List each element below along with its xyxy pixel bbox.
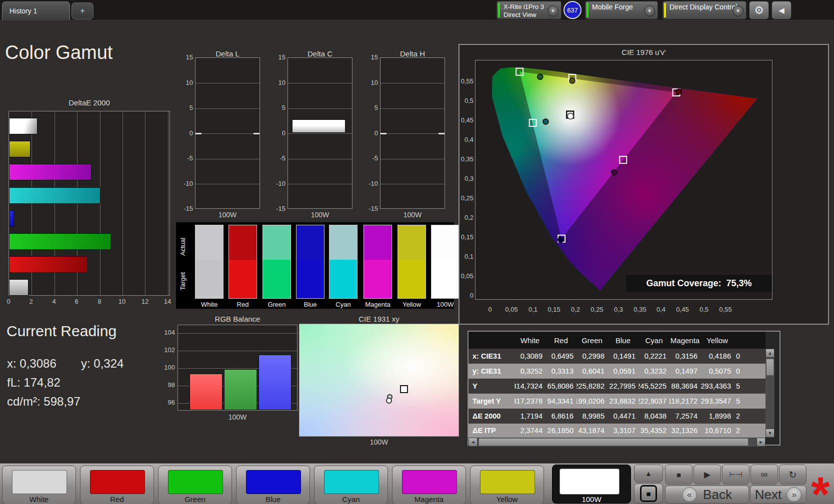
color-patch xyxy=(90,470,145,494)
bar-white xyxy=(9,279,28,296)
infinity-icon: ∞ xyxy=(761,469,768,480)
reading-cdm2: cd/m²: 598,97 xyxy=(7,395,80,409)
gear-icon: ⚙ xyxy=(754,4,764,17)
pattern-up-button[interactable]: ▲ xyxy=(634,465,663,483)
measured-white-dot xyxy=(568,113,574,119)
color-patch xyxy=(480,470,535,494)
stop-button[interactable]: ■ xyxy=(665,465,692,485)
scroll-left-icon[interactable]: ◄ xyxy=(468,438,478,447)
meter-status-stripe xyxy=(498,3,500,17)
color-patch xyxy=(324,470,379,494)
play-button[interactable]: ▶ xyxy=(694,465,721,485)
session-asterisk[interactable]: * xyxy=(808,462,833,504)
collapse-panel-button[interactable]: ◀ xyxy=(772,1,792,19)
swatch-cyan xyxy=(329,225,358,299)
scroll-down-icon[interactable]: ▼ xyxy=(766,429,774,438)
next-chevron-icon: » xyxy=(786,487,802,502)
tab-history-1[interactable]: History 1 xyxy=(2,1,70,20)
continuous-measure-button[interactable]: ∞ xyxy=(750,465,778,485)
actual-target-swatch-strip: Actual Target White Red Green Blue Cyan … xyxy=(176,222,454,309)
measured-yellow-dot xyxy=(570,78,575,83)
hscroll-thumb[interactable] xyxy=(478,438,748,446)
patch-button-100w-selected[interactable]: 100W xyxy=(552,465,631,504)
table-row: Y 314,732465,8086 225,828222,7995 245,52… xyxy=(468,379,766,394)
next-button[interactable]: Next » xyxy=(750,486,806,504)
bottom-bar: White Red Green Blue Cyan Magenta Yellow… xyxy=(0,463,834,504)
swatch-blue xyxy=(296,225,324,299)
patch-button-yellow[interactable]: Yellow xyxy=(470,466,544,504)
chevron-down-icon[interactable]: ▼ xyxy=(732,5,744,16)
patch-button-green[interactable]: Green xyxy=(158,466,232,504)
chevron-down-icon[interactable]: ▼ xyxy=(548,5,558,16)
bar-blue xyxy=(9,210,14,227)
reading-fl: fL: 174,82 xyxy=(7,376,60,390)
table-vscrollbar[interactable]: ▲ ▼ xyxy=(766,349,774,438)
bar-100w xyxy=(9,118,38,134)
pattern-source-dropdown[interactable]: Mobile Forge ▼ xyxy=(585,1,658,19)
rgb-green-bar xyxy=(224,369,257,410)
deltae2000-title: DeltaE 2000 xyxy=(8,98,170,107)
scroll-up-icon[interactable]: ▲ xyxy=(766,349,774,358)
measurement-table: White Red Green Blue Cyan Magenta Yellow… xyxy=(468,331,780,446)
delta-c-plot xyxy=(288,57,352,209)
chevron-down-icon[interactable]: ▼ xyxy=(644,5,655,16)
swatch-magenta xyxy=(364,225,392,299)
range-icon: ⊢⊣ xyxy=(729,470,742,479)
table-header: White Red Green Blue Cyan Magenta Yellow xyxy=(468,332,766,349)
vscroll-thumb[interactable] xyxy=(766,359,774,376)
x-tick: 10 xyxy=(118,298,126,305)
cie1976-plot xyxy=(475,60,772,300)
back-button[interactable]: « Back xyxy=(665,486,749,504)
patch-button-white[interactable]: White xyxy=(2,466,76,504)
swatch-white xyxy=(195,225,224,299)
patch-button-red[interactable]: Red xyxy=(80,466,154,504)
table-row: ΔE 2000 1,71946,8616 8,99850,4471 8,0438… xyxy=(468,409,766,424)
patch-button-magenta[interactable]: Magenta xyxy=(392,466,466,504)
single-measure-button[interactable]: ⊢⊣ xyxy=(722,465,750,485)
cie1976-panel: CIE 1976 u'v' xyxy=(458,44,829,325)
x-tick: 0 xyxy=(6,298,10,305)
stop-icon: ■ xyxy=(676,471,681,479)
patch-button-blue[interactable]: Blue xyxy=(236,466,310,504)
display-status-stripe xyxy=(664,3,666,17)
delta-c-bar xyxy=(292,119,346,133)
delta-h-plot xyxy=(380,57,445,209)
collapse-left-icon: ◀ xyxy=(778,6,784,15)
source-status-stripe xyxy=(586,3,588,17)
reading-x: x: 0,3086 xyxy=(7,357,56,371)
delta-c-title: Delta C xyxy=(288,49,352,58)
meter-dropdown[interactable]: X-Rite i1Pro 3 Direct View ▼ xyxy=(496,1,562,19)
table-hscrollbar[interactable]: ◄ ► xyxy=(468,438,766,447)
asterisk-icon: * xyxy=(811,484,830,504)
pattern-window-button[interactable]: ■ xyxy=(634,484,663,504)
patch-button-cyan[interactable]: Cyan xyxy=(314,466,388,504)
cie1931-measured-dot xyxy=(386,398,392,404)
reading-y: y: 0,324 xyxy=(81,357,124,371)
delta-l-plot xyxy=(195,57,260,209)
bar-green xyxy=(9,233,111,250)
measured-magenta-dot xyxy=(612,170,617,175)
bar-cyan xyxy=(9,187,100,204)
current-reading-title: Current Reading xyxy=(6,323,116,340)
scroll-right-icon[interactable]: ► xyxy=(756,438,766,447)
meter-count-badge[interactable]: 637 xyxy=(564,1,582,19)
up-arrow-icon: ▲ xyxy=(645,470,652,478)
x-tick: 2 xyxy=(29,298,32,305)
measured-red-dot xyxy=(676,89,682,94)
deltae2000-plot xyxy=(8,111,170,296)
x-tick: 12 xyxy=(142,298,148,305)
table-row: ΔE ITP 2,374426,1850 43,18743,3107 35,43… xyxy=(468,424,766,438)
rgb-red-bar xyxy=(190,374,222,410)
add-tab-button[interactable]: + xyxy=(72,2,94,19)
refresh-button[interactable]: ↻ xyxy=(779,465,806,485)
color-patch xyxy=(168,470,223,494)
rgb-balance-plot xyxy=(178,325,298,411)
top-bar: History 1 + X-Rite i1Pro 3 Direct View ▼… xyxy=(0,0,834,20)
color-patch xyxy=(560,469,620,495)
plus-icon: + xyxy=(80,6,84,15)
target-row-label: Target xyxy=(179,263,187,299)
delta-l-title: Delta L xyxy=(195,49,260,58)
settings-button[interactable]: ⚙ xyxy=(749,1,769,19)
display-control-dropdown[interactable]: Direct Display Control ▼ xyxy=(662,1,746,19)
cie1931-title: CIE 1931 xy xyxy=(299,315,459,323)
